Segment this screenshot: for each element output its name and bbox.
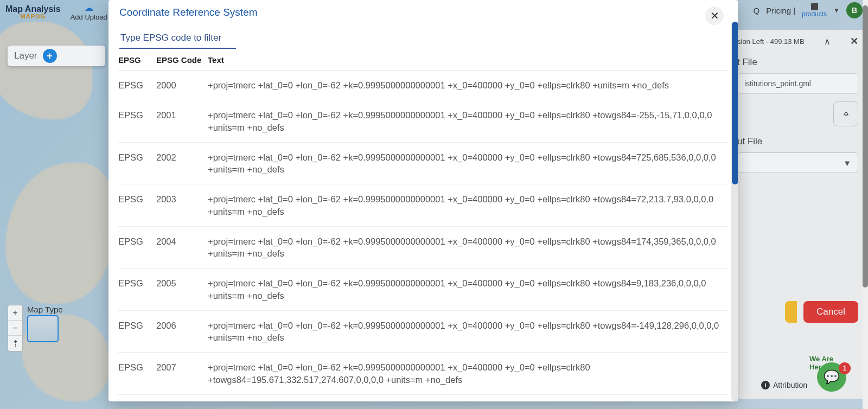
cell-epsg-code: 2007 — [156, 361, 208, 373]
cell-epsg: EPSG — [118, 361, 156, 373]
table-row[interactable]: EPSG2000+proj=tmerc +lat_0=0 +lon_0=-62 … — [118, 71, 728, 100]
cell-epsg: EPSG — [118, 109, 156, 121]
cell-epsg-code: 2003 — [156, 193, 208, 205]
table-row[interactable]: EPSG2006+proj=tmerc +lat_0=0 +lon_0=-62 … — [118, 311, 728, 353]
scrollbar-thumb[interactable] — [732, 22, 738, 184]
cell-proj-text: +proj=tmerc +lat_0=0 +lon_0=-62 +k=0.999… — [208, 193, 728, 218]
page-scrollbar-thumb[interactable] — [863, 5, 868, 287]
cell-proj-text: +proj=tmerc +lat_0=0 +lon_0=-62 +k=0.999… — [208, 109, 728, 133]
cell-proj-text: +proj=tmerc +lat_0=0 +lon_0=-62 +k=0.999… — [208, 277, 728, 302]
header-text: Text — [208, 55, 728, 65]
table-row[interactable]: EPSG2005+proj=tmerc +lat_0=0 +lon_0=-62 … — [118, 269, 728, 311]
cell-epsg-code: 2002 — [156, 151, 208, 163]
cell-epsg-code: 2006 — [156, 319, 208, 331]
cell-proj-text: +proj=tmerc +lat_0=0 +lon_0=-62 +k=0.999… — [208, 235, 728, 260]
cell-epsg: EPSG — [118, 235, 156, 247]
table-row[interactable]: EPSG2007+proj=tmerc +lat_0=0 +lon_0=-62 … — [118, 353, 728, 395]
page-scrollbar[interactable] — [863, 0, 868, 409]
table-row[interactable]: EPSG2003+proj=tmerc +lat_0=0 +lon_0=-62 … — [118, 184, 728, 227]
cell-epsg-code: 2004 — [156, 235, 208, 247]
table-row[interactable]: EPSG2002+proj=tmerc +lat_0=0 +lon_0=-62 … — [118, 143, 728, 185]
header-epsg: EPSG — [118, 55, 156, 65]
cell-proj-text: +proj=tmerc +lat_0=0 +lon_0=-62 +k=0.999… — [208, 79, 728, 91]
cell-proj-text: +proj=tmerc +lat_0=0 +lon_0=-62 +k=0.999… — [208, 319, 728, 344]
crs-modal: Coordinate Reference System ✕ EPSG EPSG … — [108, 0, 738, 401]
cell-epsg: EPSG — [118, 193, 156, 205]
cell-epsg: EPSG — [118, 79, 156, 91]
table-row[interactable]: EPSG2001+proj=tmerc +lat_0=0 +lon_0=-62 … — [118, 100, 728, 143]
table-row[interactable]: EPSG2008+proj=tmerc +lat_0=0 +lon_0=-55.… — [118, 395, 728, 401]
cell-epsg-code: 2000 — [156, 79, 208, 91]
table-header-row: EPSG EPSG Code Text — [118, 52, 728, 71]
cell-proj-text: +proj=tmerc +lat_0=0 +lon_0=-62 +k=0.999… — [208, 361, 728, 386]
modal-close-button[interactable]: ✕ — [705, 7, 724, 25]
cell-epsg: EPSG — [118, 277, 156, 289]
crs-table: EPSG EPSG Code Text EPSG2000+proj=tmerc … — [108, 52, 738, 401]
cell-epsg-code: 2001 — [156, 109, 208, 121]
cell-epsg-code: 2005 — [156, 277, 208, 289]
modal-title: Coordinate Reference System — [119, 7, 258, 18]
cell-proj-text: +proj=tmerc +lat_0=0 +lon_0=-62 +k=0.999… — [208, 151, 728, 176]
cell-epsg: EPSG — [118, 151, 156, 163]
modal-scrollbar[interactable] — [731, 22, 738, 401]
table-row[interactable]: EPSG2004+proj=tmerc +lat_0=0 +lon_0=-62 … — [118, 227, 728, 269]
cell-epsg: EPSG — [118, 319, 156, 331]
epsg-filter-input[interactable] — [119, 29, 236, 49]
header-epsg-code: EPSG Code — [156, 55, 208, 65]
